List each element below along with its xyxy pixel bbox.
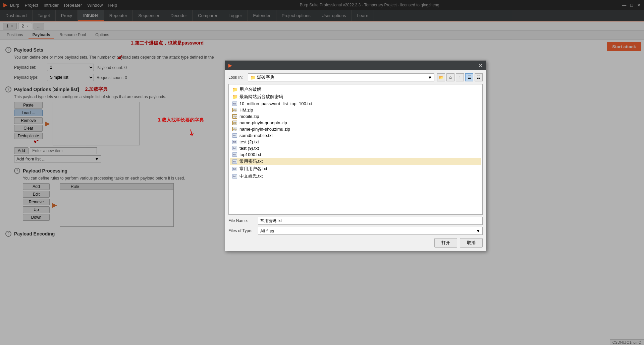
cancel-button[interactable]: 取消 [460, 238, 483, 248]
file-name-zip-2: mobile.zip [239, 114, 259, 119]
txt-icon-5: txt [232, 152, 237, 157]
file-name-txt-7: 常用用户名.txt [239, 166, 267, 172]
file-name-row: File Name: [228, 217, 483, 225]
file-name-txt-8: 中文姓氏.txt [239, 173, 263, 179]
dialog-buttons: 打开 取消 [228, 238, 483, 248]
file-item-txt-5[interactable]: txt top1000.txt [230, 151, 481, 158]
file-name-txt-2: somd5-mobile.txt [239, 133, 273, 138]
file-open-dialog: ▶ ✕ Look In: 📁 爆破字典 ▼ 📂 ⌂ ↑ ☰ ☷ [225, 60, 486, 251]
file-name-input[interactable] [258, 217, 483, 225]
zip-icon-1: zip [232, 108, 237, 113]
txt-icon-3: txt [232, 140, 237, 144]
look-in-row: Look In: 📁 爆破字典 ▼ 📂 ⌂ ↑ ☰ ☷ [228, 73, 483, 81]
txt-icon-selected: txt [232, 159, 237, 164]
files-of-type-arrow: ▼ [476, 228, 480, 233]
list-view-icon[interactable]: ☰ [465, 73, 473, 81]
dialog-title-left: ▶ [228, 63, 232, 68]
file-name-txt-4: test (9).txt [239, 146, 259, 151]
file-item-txt-8[interactable]: txt 中文姓氏.txt [230, 172, 481, 180]
files-of-type-value: All files [260, 228, 274, 233]
dialog-title-bar: ▶ ✕ [225, 61, 486, 70]
file-name-txt-1: 10_million_password_list_top_100.txt [239, 101, 312, 106]
zip-icon-3: zip [232, 121, 237, 125]
zip-icon-4: zip [232, 127, 237, 132]
file-name-txt-3: test (2).txt [239, 139, 259, 144]
up-folder-icon[interactable]: ↑ [456, 73, 464, 81]
file-item-txt-2[interactable]: txt somd5-mobile.txt [230, 132, 481, 139]
detail-view-icon[interactable]: ☷ [475, 73, 483, 81]
file-item-zip-2[interactable]: zip mobile.zip [230, 113, 481, 120]
file-name-folder-2: 最新网站后台破解密码 [239, 94, 283, 100]
file-item-txt-7[interactable]: txt 常用用户名.txt [230, 165, 481, 172]
zip-icon-2: zip [232, 114, 237, 119]
files-of-type-select[interactable]: All files ▼ [258, 227, 483, 235]
open-button[interactable]: 打开 [434, 238, 457, 248]
file-name-folder-1: 用户名破解 [239, 86, 261, 92]
file-item-zip-4[interactable]: zip name-pinyin-shouzimu.zip [230, 126, 481, 132]
dialog-close-button[interactable]: ✕ [478, 62, 483, 69]
look-in-arrow: ▼ [428, 75, 432, 80]
files-of-type-row: Files of Type: All files ▼ [228, 227, 483, 235]
txt-icon-2: txt [232, 133, 237, 138]
home-icon[interactable]: ⌂ [446, 73, 454, 81]
file-name-zip-1: HM.zip [239, 108, 253, 113]
look-in-label: Look In: [228, 75, 245, 80]
file-item-folder-1[interactable]: 📁 用户名破解 [230, 86, 481, 93]
file-name-txt-5: top1000.txt [239, 152, 261, 157]
txt-icon-4: txt [232, 146, 237, 151]
file-name-selected: 常用密码.txt [239, 158, 263, 164]
txt-icon-8: txt [232, 174, 237, 179]
look-in-value: 爆破字典 [257, 74, 274, 80]
files-of-type-label: Files of Type: [228, 228, 255, 233]
file-item-txt-4[interactable]: txt test (9).txt [230, 145, 481, 151]
file-dialog-overlay: ▶ ✕ Look In: 📁 爆破字典 ▼ 📂 ⌂ ↑ ☰ ☷ [0, 0, 644, 345]
folder-icon-2: 📁 [232, 94, 237, 99]
file-browser[interactable]: 📁 用户名破解 📁 最新网站后台破解密码 txt 10_million_pass… [228, 84, 483, 215]
folder-icon-1: 📁 [232, 87, 237, 92]
file-name-label: File Name: [228, 218, 255, 223]
file-item-zip-3[interactable]: zip name-pinyin-quanpin.zip [230, 120, 481, 126]
folder-icon-inline: 📁 [250, 75, 256, 80]
file-item-txt-1[interactable]: txt 10_million_password_list_top_100.txt [230, 100, 481, 107]
file-item-txt-selected[interactable]: txt 常用密码.txt [230, 158, 481, 165]
dialog-toolbar: 📂 ⌂ ↑ ☰ ☷ [437, 73, 483, 81]
file-item-txt-3[interactable]: txt test (2).txt [230, 139, 481, 145]
txt-icon-1: txt [232, 101, 237, 106]
txt-icon-7: txt [232, 166, 237, 171]
file-item-zip-1[interactable]: zip HM.zip [230, 107, 481, 113]
file-name-zip-4: name-pinyin-shouzimu.zip [239, 127, 290, 132]
new-folder-icon[interactable]: 📂 [437, 73, 445, 81]
file-item-folder-2[interactable]: 📁 最新网站后台破解密码 [230, 93, 481, 100]
look-in-select[interactable]: 📁 爆破字典 ▼ [248, 73, 434, 81]
file-name-zip-3: name-pinyin-quanpin.zip [239, 120, 287, 125]
dialog-logo: ▶ [228, 63, 232, 68]
dialog-body: Look In: 📁 爆破字典 ▼ 📂 ⌂ ↑ ☰ ☷ 📁 [225, 70, 486, 251]
